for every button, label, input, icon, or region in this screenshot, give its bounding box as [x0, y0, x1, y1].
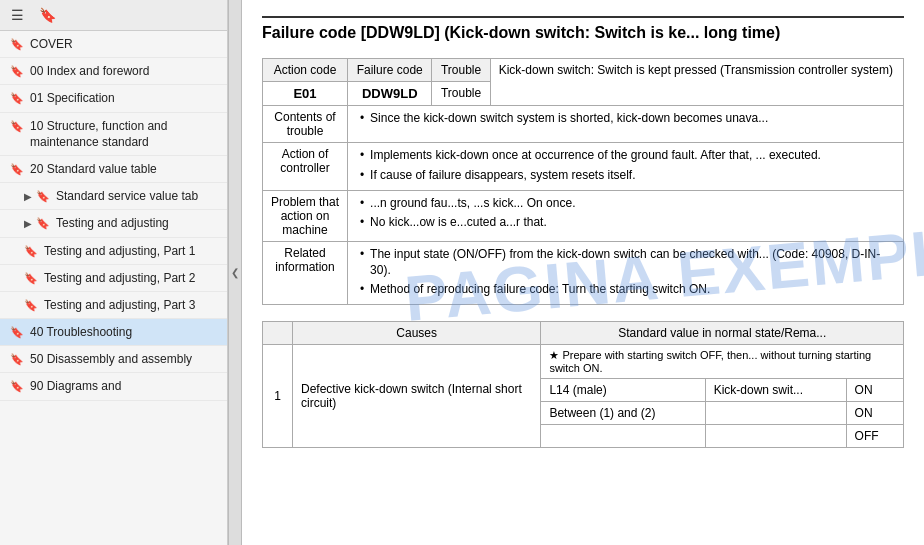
bookmark-icon-01-spec: 🔖 — [10, 91, 24, 105]
causes-state-on2: ON — [846, 402, 903, 425]
sidebar-item-10-structure[interactable]: 🔖10 Structure, function and maintenance … — [0, 113, 227, 156]
fc-row-problem: Pro­b­l­e­m thata­c­t­ion onmach­ine ...… — [263, 190, 904, 241]
fc-trouble-label: Trouble — [432, 82, 490, 106]
fc-row-contents: Contents oftrouble Since the kick-down s… — [263, 106, 904, 143]
bookmark-icon-testing-adj-3: 🔖 — [24, 298, 38, 312]
causes-measure-between — [705, 402, 846, 425]
sidebar-item-standard-service[interactable]: ▶🔖Standard service value tab — [0, 183, 227, 210]
sidebar-item-01-spec[interactable]: 🔖01 Specification — [0, 85, 227, 112]
causes-header-causes: Causes — [293, 322, 541, 345]
causes-header-num — [263, 322, 293, 345]
fc-header-failure: Failure code — [348, 59, 432, 82]
causes-row-1: 1 Defective kick-down switch (Internal s… — [263, 345, 904, 379]
fc-header-action: Action code — [263, 59, 348, 82]
bookmark-icon-40-trouble: 🔖 — [10, 325, 24, 339]
bookmark-icon-10-structure: 🔖 — [10, 119, 24, 133]
bookmark-icon-20-standard: 🔖 — [10, 162, 24, 176]
bookmark-icon-testing-adj-1: 🔖 — [24, 244, 38, 258]
fc-row-action: Action ofcontroller Implements kick-down… — [263, 143, 904, 190]
fc-related-value: The input state (ON/OFF) from the kick-d… — [348, 241, 904, 305]
bookmark-icon-50-disassembly: 🔖 — [10, 352, 24, 366]
fc-action-label: Action ofcontroller — [263, 143, 348, 190]
sidebar-item-testing-adj[interactable]: ▶🔖Testing and adjusting — [0, 210, 227, 237]
sidebar-label-testing-adj: Testing and adjusting — [56, 215, 169, 231]
causes-table: Causes Standard value in normal state/Re… — [262, 321, 904, 448]
bookmark-icon-90-diagrams: 🔖 — [10, 379, 24, 393]
causes-state-off: OFF — [846, 425, 903, 448]
sidebar-label-00-index: 00 Index and foreword — [30, 63, 149, 79]
fc-related-label: Relatedinformation — [263, 241, 348, 305]
fc-action-code: E01 — [263, 82, 348, 106]
bookmark-icon-standard-service: 🔖 — [36, 189, 50, 203]
expander-icon-testing-adj[interactable]: ▶ — [24, 217, 32, 230]
sidebar-label-01-spec: 01 Specification — [30, 90, 115, 106]
sidebar-item-40-trouble[interactable]: 🔖40 Troubleshooting — [0, 319, 227, 346]
sidebar-label-standard-service: Standard service value tab — [56, 188, 198, 204]
sidebar-label-testing-adj-2: Testing and adjusting, Part 2 — [44, 270, 195, 286]
causes-num: 1 — [263, 345, 293, 448]
causes-state-on: ON — [846, 379, 903, 402]
causes-condition-off — [541, 425, 705, 448]
sidebar-label-10-structure: 10 Structure, function and maintenance s… — [30, 118, 219, 150]
bookmark-icon-testing-adj: 🔖 — [36, 216, 50, 230]
fc-failure-code: DDW9LD — [348, 82, 432, 106]
bookmark-icon-testing-adj-2: 🔖 — [24, 271, 38, 285]
sidebar-item-testing-adj-3[interactable]: 🔖Testing and adjusting, Part 3 — [0, 292, 227, 319]
fc-contents-label: Contents oftrouble — [263, 106, 348, 143]
sidebar-label-50-disassembly: 50 Disassembly and assembly — [30, 351, 192, 367]
causes-condition-l14: L14 (male) — [541, 379, 705, 402]
fc-problem-value: ...n ground fau...ts, ...s kick... On on… — [348, 190, 904, 241]
sidebar-label-testing-adj-1: Testing and adjusting, Part 1 — [44, 243, 195, 259]
sidebar-items: 🔖COVER🔖00 Index and foreword🔖01 Specific… — [0, 31, 227, 545]
sidebar: ☰ 🔖 🔖COVER🔖00 Index and foreword🔖01 Spec… — [0, 0, 228, 545]
failure-code-table: Action code Failure code Trouble Kick-do… — [262, 58, 904, 305]
menu-icon[interactable]: ☰ — [6, 4, 28, 26]
causes-condition-between: Between (1) and (2) — [541, 402, 705, 425]
causes-prepare: ★ Prepare with starting switch OFF, then… — [541, 345, 904, 379]
fc-action-value: Implements kick-down once at occurrence … — [348, 143, 904, 190]
sidebar-item-20-standard[interactable]: 🔖20 Standard value table — [0, 156, 227, 183]
bookmark-icon-cover: 🔖 — [10, 37, 24, 51]
sidebar-label-cover: COVER — [30, 36, 73, 52]
sidebar-label-20-standard: 20 Standard value table — [30, 161, 157, 177]
fc-trouble-desc: Kick-down switch: Switch is kept pressed… — [490, 59, 903, 106]
sidebar-label-40-trouble: 40 Troubleshooting — [30, 324, 132, 340]
fc-header-trouble: Trouble — [432, 59, 490, 82]
causes-cause: Defective kick-down switch (Internal sho… — [293, 345, 541, 448]
causes-measure-l14: Kick-down swit... — [705, 379, 846, 402]
sidebar-item-cover[interactable]: 🔖COVER — [0, 31, 227, 58]
sidebar-toolbar: ☰ 🔖 — [0, 0, 227, 31]
causes-measure-off — [705, 425, 846, 448]
sidebar-label-testing-adj-3: Testing and adjusting, Part 3 — [44, 297, 195, 313]
bookmark-icon[interactable]: 🔖 — [36, 4, 58, 26]
sidebar-item-testing-adj-1[interactable]: 🔖Testing and adjusting, Part 1 — [0, 238, 227, 265]
causes-header-standard: Standard value in normal state/Rema... — [541, 322, 904, 345]
sidebar-item-00-index[interactable]: 🔖00 Index and foreword — [0, 58, 227, 85]
sidebar-label-90-diagrams: 90 Diagrams and — [30, 378, 121, 394]
fc-row-related: Relatedinformation The input state (ON/O… — [263, 241, 904, 305]
sidebar-item-testing-adj-2[interactable]: 🔖Testing and adjusting, Part 2 — [0, 265, 227, 292]
expander-icon-standard-service[interactable]: ▶ — [24, 190, 32, 203]
page-title: Failure code [DDW9LD] (Kick-down switch:… — [262, 16, 904, 44]
fc-problem-label: Pro­b­l­e­m thata­c­t­ion onmach­ine — [263, 190, 348, 241]
fc-contents-value: Since the kick-down switch system is sho… — [348, 106, 904, 143]
sidebar-collapse-handle[interactable]: ❮ — [228, 0, 242, 545]
main-content: PAGINA EXEMPLU Failure code [DDW9LD] (Ki… — [242, 0, 924, 545]
sidebar-item-50-disassembly[interactable]: 🔖50 Disassembly and assembly — [0, 346, 227, 373]
bookmark-icon-00-index: 🔖 — [10, 64, 24, 78]
sidebar-item-90-diagrams[interactable]: 🔖90 Diagrams and — [0, 373, 227, 400]
